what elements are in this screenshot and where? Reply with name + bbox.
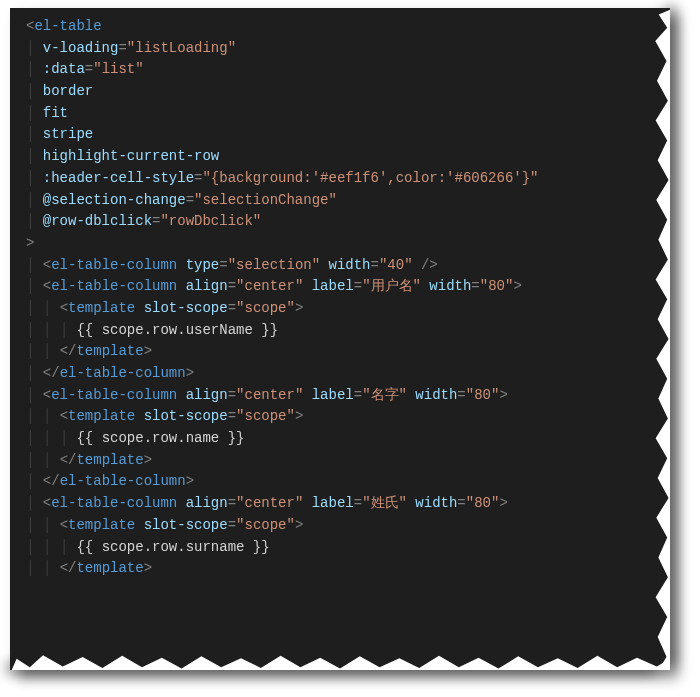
code-block: <el-table │ v-loading="listLoading" │ :d… xyxy=(10,8,670,588)
torn-edge-bottom xyxy=(10,640,670,670)
code-surface: <el-table │ v-loading="listLoading" │ :d… xyxy=(10,8,670,670)
code-snippet-container: <el-table │ v-loading="listLoading" │ :d… xyxy=(0,0,700,697)
